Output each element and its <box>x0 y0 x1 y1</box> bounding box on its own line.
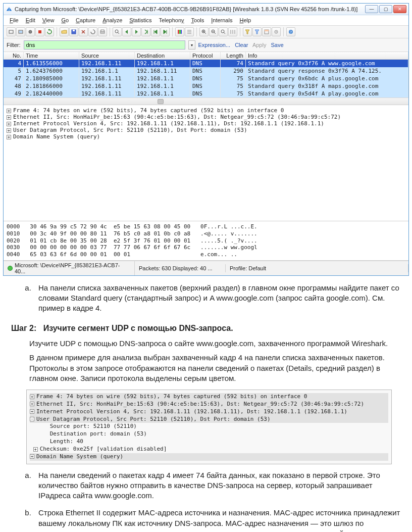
expand-icon[interactable]: + <box>30 454 34 459</box>
window-controls: — ▢ ✕ <box>365 5 406 13</box>
preferences-icon[interactable] <box>272 27 281 36</box>
expand-icon[interactable]: + <box>7 109 11 113</box>
restart-capture-icon[interactable] <box>45 27 54 36</box>
go-first-icon[interactable] <box>151 27 160 36</box>
menu-telephony[interactable]: Telephony <box>156 16 187 24</box>
zoom-out-icon[interactable] <box>209 27 218 36</box>
packet-list-header: No. Time Source Destination Protocol Len… <box>4 52 408 60</box>
menu-edit[interactable]: Edit <box>23 16 38 24</box>
print-icon[interactable] <box>98 27 107 36</box>
table-row[interactable]: 482.181866000192.168.1.11192.168.1.1DNS7… <box>4 82 408 90</box>
protocol-tree-line: Source port: 52110 (52110) <box>30 423 388 430</box>
menu-analyze[interactable]: Analyze <box>99 16 125 24</box>
find-icon[interactable] <box>113 27 122 36</box>
packet-list-body[interactable]: 41.613556000192.168.1.11192.168.1.1DNS74… <box>4 60 408 98</box>
menu-file[interactable]: File <box>7 16 22 24</box>
menu-internals[interactable]: Internals <box>208 16 235 24</box>
expand-icon[interactable]: + <box>7 115 11 120</box>
main-toolbar: ? <box>4 26 408 38</box>
col-header-source[interactable]: Source <box>79 52 135 59</box>
save-link[interactable]: Save <box>271 42 284 48</box>
status-interface-text: Microsoft: \Device\NPF_{853821E3-ACB7-40… <box>15 262 130 274</box>
menu-help[interactable]: Help <box>236 16 254 24</box>
expand-icon[interactable]: + <box>30 395 34 399</box>
expand-icon[interactable]: + <box>30 402 34 406</box>
status-bar: Microsoft: \Device\NPF_{853821E3-ACB7-40… <box>4 261 408 275</box>
menu-view[interactable]: View <box>39 16 58 24</box>
menu-capture[interactable]: Capture <box>73 16 98 24</box>
display-filters-icon[interactable] <box>252 27 262 36</box>
colorize-icon[interactable] <box>175 27 184 36</box>
packet-list-pane: No. Time Source Destination Protocol Len… <box>4 52 408 105</box>
coloring-rules-icon[interactable] <box>262 27 271 36</box>
protocol-tree-line[interactable]: +Frame 4: 74 bytes on wire (592 bits), 7… <box>7 107 405 114</box>
svg-rect-11 <box>179 30 181 34</box>
capture-filters-icon[interactable] <box>243 27 252 36</box>
open-icon[interactable] <box>60 27 69 36</box>
autoscroll-icon[interactable] <box>185 27 194 36</box>
svg-point-3 <box>29 30 32 33</box>
minimize-button[interactable]: — <box>365 5 378 13</box>
collapse-icon[interactable]: - <box>30 417 34 421</box>
protocol-tree-line: +Internet Protocol Version 4, Src: 192.1… <box>30 408 388 416</box>
protocol-tree-line[interactable]: +Ethernet II, Src: HonHaiPr_be:15:63 (90… <box>7 114 405 120</box>
goto-packet-icon[interactable] <box>141 27 150 36</box>
help-icon[interactable]: ? <box>286 27 295 36</box>
svg-rect-6 <box>73 30 75 31</box>
zoom-in-icon[interactable] <box>199 27 209 36</box>
col-header-no[interactable]: No. <box>4 52 24 59</box>
status-profile[interactable]: Profile: Default <box>226 264 408 272</box>
go-forward-icon[interactable] <box>132 27 141 36</box>
filter-input[interactable] <box>24 40 185 50</box>
packet-list-scrollbar[interactable] <box>4 98 408 105</box>
col-header-destination[interactable]: Destination <box>135 52 190 59</box>
zoom-reset-icon[interactable] <box>219 27 228 36</box>
expand-icon[interactable]: + <box>30 409 34 414</box>
packet-details-pane[interactable]: +Frame 4: 74 bytes on wire (592 bits), 7… <box>4 105 408 221</box>
svg-rect-8 <box>101 30 104 31</box>
reload-icon[interactable] <box>88 27 97 36</box>
expand-icon[interactable]: + <box>7 122 11 126</box>
options-icon[interactable] <box>16 27 25 36</box>
apply-link[interactable]: Apply <box>252 42 267 48</box>
expand-icon[interactable]: + <box>33 447 38 452</box>
window-title: Capturing from Microsoft: \Device\NPF_{8… <box>15 6 365 12</box>
protocol-tree-line[interactable]: +User Datagram Protocol, Src Port: 52110… <box>7 127 405 133</box>
scrollbar-thumb[interactable] <box>158 99 164 104</box>
protocol-tree-line: Length: 40 <box>30 438 388 446</box>
col-header-info[interactable]: Info <box>246 52 408 59</box>
resize-columns-icon[interactable] <box>228 27 237 36</box>
col-header-length[interactable]: Length <box>221 52 246 59</box>
col-header-protocol[interactable]: Protocol <box>190 52 221 59</box>
expression-link[interactable]: Expression... <box>198 42 231 48</box>
protocol-tree-line[interactable]: +Internet Protocol Version 4, Src: 192.1… <box>7 120 405 127</box>
table-row[interactable]: 41.613556000192.168.1.11192.168.1.1DNS74… <box>4 60 408 67</box>
protocol-tree-line[interactable]: +Domain Name System (query) <box>7 133 405 140</box>
start-capture-icon[interactable] <box>26 27 35 36</box>
go-last-icon[interactable] <box>161 27 170 36</box>
doc-paragraph-2: В данном примере для анализа выбран захв… <box>29 353 401 383</box>
maximize-button[interactable]: ▢ <box>379 5 392 13</box>
close-file-icon[interactable] <box>79 27 88 36</box>
interfaces-icon[interactable] <box>7 27 16 36</box>
save-icon[interactable] <box>69 27 78 36</box>
filter-dropdown-icon[interactable]: ▾ <box>188 40 195 50</box>
svg-text:?: ? <box>290 30 292 34</box>
col-header-time[interactable]: Time <box>24 52 79 59</box>
wireshark-icon <box>6 6 13 13</box>
menu-tools[interactable]: Tools <box>188 16 208 24</box>
menu-statistics[interactable]: Statistics <box>126 16 154 24</box>
table-row[interactable]: 492.182440000192.168.1.11192.168.1.1DNS7… <box>4 90 408 98</box>
stop-capture-icon[interactable] <box>35 27 44 36</box>
svg-rect-0 <box>9 30 13 33</box>
packet-bytes-pane[interactable]: 0000 30 46 9a 99 c5 72 90 4c e5 be 15 63… <box>4 221 408 261</box>
table-row[interactable]: 472.180985000192.168.1.11192.168.1.1DNS7… <box>4 75 408 82</box>
close-button[interactable]: ✕ <box>393 5 406 13</box>
expand-icon[interactable]: + <box>7 128 11 133</box>
clear-link[interactable]: Clear <box>235 42 248 48</box>
expand-icon[interactable]: + <box>7 135 11 139</box>
go-back-icon[interactable] <box>122 27 131 36</box>
menu-go[interactable]: Go <box>58 16 72 24</box>
table-row[interactable]: 51.624376000192.168.1.1192.168.1.11DNS29… <box>4 67 408 75</box>
protocol-tree-line: -User Datagram Protocol, Src Port: 52110… <box>30 416 388 423</box>
